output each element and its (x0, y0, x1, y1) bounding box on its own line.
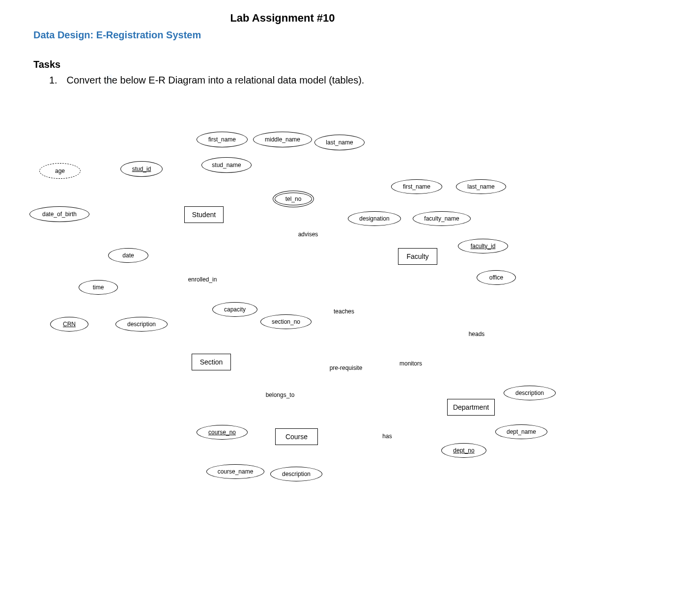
attr-stud-id-label: stud_id (132, 166, 151, 172)
attr-dept-name: dept_name (495, 424, 547, 439)
attr-tel-no: tel_no (273, 191, 314, 207)
rel-enrolled-in: enrolled_in (182, 270, 223, 289)
svg-line-32 (472, 334, 477, 400)
attr-dept-no-label: dept_no (453, 447, 474, 454)
attr-office: office (477, 270, 516, 285)
task-text-highlight: h (107, 75, 112, 85)
task-number: 1. (49, 75, 64, 86)
attr-stud-name: stud_name (201, 157, 252, 173)
attr-course-no: course_no (197, 425, 248, 440)
entity-section: Section (192, 354, 231, 370)
svg-line-0 (59, 172, 200, 214)
attr-faculty-id: faculty_id (458, 239, 508, 253)
attr-dept-description: description (504, 386, 556, 400)
task-text-b: e below E-R Diagram into a relational da… (112, 75, 365, 85)
page-title: Lab Assignment #10 (0, 12, 565, 25)
rel-belongs-to: belongs_to (260, 386, 300, 404)
attr-date: date (108, 248, 148, 263)
attr-last-name: last_name (314, 135, 365, 150)
attr-crn: CRN (50, 317, 88, 332)
attr-designation: designation (348, 211, 401, 226)
task-list-item: 1. Convert the below E-R Diagram into a … (49, 75, 364, 86)
svg-line-25 (311, 368, 344, 432)
attr-middle-name: middle_name (253, 132, 312, 147)
entity-student: Student (184, 206, 224, 223)
entity-faculty: Faculty (398, 248, 437, 265)
attr-first-name: first_name (197, 132, 248, 147)
attr-time: time (79, 280, 118, 295)
attr-fac-first-name: first_name (391, 179, 442, 194)
attr-dept-no: dept_no (441, 443, 486, 458)
attr-faculty-id-label: faculty_id (471, 243, 496, 250)
attr-age: age (39, 163, 81, 179)
attr-crn-label: CRN (63, 321, 76, 328)
rel-advises: advises (292, 225, 324, 244)
page-subtitle: Data Design: E-Registration System (33, 29, 201, 41)
attr-capacity: capacity (212, 302, 257, 317)
rel-prerequisite: pre-requisite (323, 359, 369, 377)
rel-heads: heads (462, 325, 491, 343)
rel-teaches: teaches (328, 302, 360, 321)
er-diagram: Student Section Course Faculty Departmen… (20, 123, 570, 531)
tasks-heading: Tasks (33, 59, 60, 70)
attr-faculty-name: faculty_name (413, 211, 471, 226)
rel-has: has (373, 427, 401, 445)
attr-fac-last-name: last_name (456, 179, 506, 194)
attr-section-no: section_no (260, 314, 312, 329)
task-text-a: Convert t (67, 75, 107, 85)
attr-section-description: description (115, 317, 168, 332)
attr-stud-id: stud_id (120, 161, 163, 177)
svg-line-26 (317, 378, 361, 437)
entity-department: Department (447, 399, 495, 416)
entity-course: Course (275, 428, 318, 445)
svg-line-11 (201, 280, 206, 359)
attr-date-of-birth: date_of_birth (29, 206, 89, 222)
attr-course-description: description (270, 467, 322, 481)
svg-line-29 (410, 263, 413, 364)
attr-course-no-label: course_no (208, 429, 236, 436)
attr-course-name: course_name (206, 464, 264, 479)
svg-line-31 (432, 260, 477, 334)
rel-monitors: monitors (393, 355, 428, 372)
